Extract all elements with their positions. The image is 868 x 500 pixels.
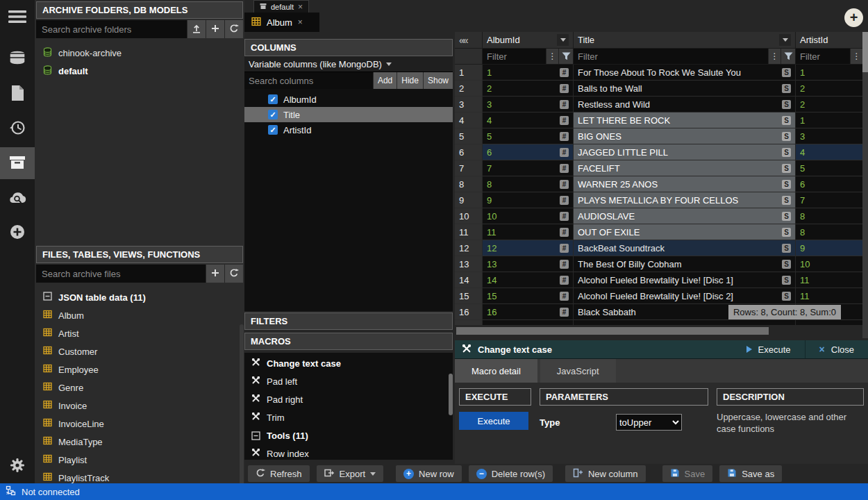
column-toggle-title[interactable]: ✓ Title xyxy=(244,107,453,122)
cell-albumid[interactable]: 13 # xyxy=(483,256,574,272)
table-item[interactable]: Invoice xyxy=(35,397,244,415)
cell-artistid[interactable]: 3 xyxy=(796,128,862,144)
macro-item[interactable]: Tools (11) xyxy=(244,426,453,444)
delete-rows-button[interactable]: − Delete row(s) xyxy=(469,465,553,482)
filter-input-albumid[interactable] xyxy=(483,49,546,64)
tab-macro-detail[interactable]: Macro detail xyxy=(455,359,537,383)
row-number[interactable]: 12 xyxy=(455,240,483,256)
macro-item[interactable]: Pad left xyxy=(244,372,453,390)
column-header-title[interactable]: Title xyxy=(574,32,796,49)
cell-albumid[interactable]: 3 # xyxy=(483,97,574,112)
table-item[interactable]: MediaType xyxy=(35,433,244,451)
checkbox-checked-icon[interactable]: ✓ xyxy=(268,125,278,135)
search-columns-input[interactable] xyxy=(244,72,373,89)
cell-albumid[interactable]: 2 # xyxy=(483,81,574,97)
execute-button[interactable]: Execute xyxy=(459,412,528,430)
cell-albumid[interactable]: 15 # xyxy=(483,288,574,304)
table-item[interactable]: Genre xyxy=(35,378,244,397)
menu-button[interactable] xyxy=(0,1,35,33)
table-item[interactable]: Artist xyxy=(35,324,244,342)
macro-item[interactable]: Change text case xyxy=(244,354,453,372)
column-menu-button[interactable] xyxy=(557,34,569,46)
cell-albumid[interactable]: 4 # xyxy=(483,112,574,128)
row-number[interactable]: 1 xyxy=(455,65,483,81)
search-archive-files-input[interactable] xyxy=(36,265,206,283)
add-column-list-button[interactable]: Add xyxy=(373,72,397,89)
close-icon[interactable]: × xyxy=(298,17,303,27)
macro-item[interactable]: Row index xyxy=(244,444,453,462)
cell-title[interactable]: Alcohol Fueled Brewtality Live! [Disc 1]… xyxy=(574,272,796,288)
cell-albumid[interactable]: 1 # xyxy=(483,65,574,81)
column-toggle-artistid[interactable]: ✓ ArtistId xyxy=(244,122,453,138)
table-item[interactable]: InvoiceLine xyxy=(35,415,244,433)
search-archive-folders-input[interactable] xyxy=(36,20,187,38)
history-nav-button[interactable] xyxy=(0,112,35,144)
cell-title[interactable]: OUT OF EXILE S xyxy=(574,224,796,240)
cell-artistid[interactable]: 10 xyxy=(796,256,862,272)
save-as-button[interactable]: Save as xyxy=(719,465,782,482)
refresh-archives-button[interactable] xyxy=(224,20,243,38)
cell-albumid[interactable]: 8 # xyxy=(483,176,574,192)
macros-scrollbar[interactable] xyxy=(449,374,453,415)
column-header-artistid[interactable]: ArtistId xyxy=(796,32,862,49)
close-icon[interactable]: × xyxy=(298,2,303,12)
cell-title[interactable]: Alcohol Fueled Brewtality Live! [Disc 2]… xyxy=(574,288,796,304)
row-number[interactable]: 16 xyxy=(455,304,483,320)
cell-albumid[interactable]: 6 # xyxy=(483,144,574,160)
row-number[interactable]: 11 xyxy=(455,224,483,240)
cell-title[interactable]: BIG ONES S xyxy=(574,128,796,144)
filter-input-artistid[interactable] xyxy=(796,49,850,64)
kebab-menu-icon[interactable]: ⋮ xyxy=(546,49,558,64)
cloud-search-nav-button[interactable] xyxy=(0,182,35,214)
close-macro-button[interactable]: × Close xyxy=(805,340,868,358)
cell-title[interactable]: LET THERE BE ROCK S xyxy=(574,112,796,128)
filter-input-title[interactable] xyxy=(574,49,768,64)
databases-nav-button[interactable] xyxy=(0,43,35,75)
table-item[interactable]: Employee xyxy=(35,360,244,378)
row-number[interactable]: 15 xyxy=(455,288,483,304)
show-column-button[interactable]: Show xyxy=(423,72,453,89)
row-number[interactable]: 8 xyxy=(455,176,483,192)
cell-artistid[interactable]: 11 xyxy=(796,288,862,304)
new-row-button[interactable]: + New row xyxy=(396,465,462,482)
cell-artistid[interactable]: 9 xyxy=(796,240,862,256)
archive-folder-item[interactable]: chinook-archive xyxy=(35,44,244,62)
cell-albumid[interactable]: 5 # xyxy=(483,128,574,144)
cell-artistid[interactable]: 1 xyxy=(796,65,862,81)
table-item[interactable]: Playlist xyxy=(35,451,244,469)
row-number[interactable]: 5 xyxy=(455,128,483,144)
export-button[interactable]: Export xyxy=(317,465,384,482)
execute-header-button[interactable]: Execute xyxy=(733,340,805,358)
column-menu-button[interactable] xyxy=(779,34,791,46)
row-number[interactable]: 3 xyxy=(455,97,483,112)
row-number[interactable]: 4 xyxy=(455,112,483,128)
cell-title[interactable]: Balls to the Wall S xyxy=(574,81,796,97)
json-table-data-group[interactable]: JSON table data (11) xyxy=(35,288,244,306)
save-button[interactable]: Save xyxy=(662,465,713,482)
scrollbar-thumb[interactable] xyxy=(456,327,769,335)
files-nav-button[interactable] xyxy=(0,78,35,110)
new-column-button[interactable]: New column xyxy=(565,465,646,482)
cell-artistid[interactable]: 8 xyxy=(796,224,862,240)
kebab-menu-icon[interactable]: ⋮ xyxy=(850,49,862,64)
type-select[interactable]: toUpper xyxy=(616,414,682,431)
scrollbar-thumb[interactable] xyxy=(862,32,868,72)
cell-artistid[interactable]: 6 xyxy=(796,176,862,192)
collapse-columns-button[interactable]: «« xyxy=(455,32,483,49)
kebab-menu-icon[interactable]: ⋮ xyxy=(768,49,781,64)
tab-table-album[interactable]: Album × xyxy=(244,12,319,32)
archive-folder-item[interactable]: default xyxy=(35,62,244,80)
table-item[interactable]: Customer xyxy=(35,342,244,360)
filter-funnel-button[interactable] xyxy=(558,49,573,64)
row-number[interactable]: 2 xyxy=(455,81,483,97)
cell-artistid[interactable]: 7 xyxy=(796,192,862,208)
cell-artistid[interactable]: 2 xyxy=(796,97,862,112)
files-scrollbar[interactable] xyxy=(240,324,244,500)
row-number[interactable]: 10 xyxy=(455,208,483,224)
row-number[interactable]: 14 xyxy=(455,272,483,288)
table-item[interactable]: Album xyxy=(35,306,244,324)
refresh-button[interactable]: Refresh xyxy=(248,465,310,482)
row-number[interactable]: 6 xyxy=(455,144,483,160)
cell-albumid[interactable]: 14 # xyxy=(483,272,574,288)
refresh-files-button[interactable] xyxy=(224,265,243,283)
